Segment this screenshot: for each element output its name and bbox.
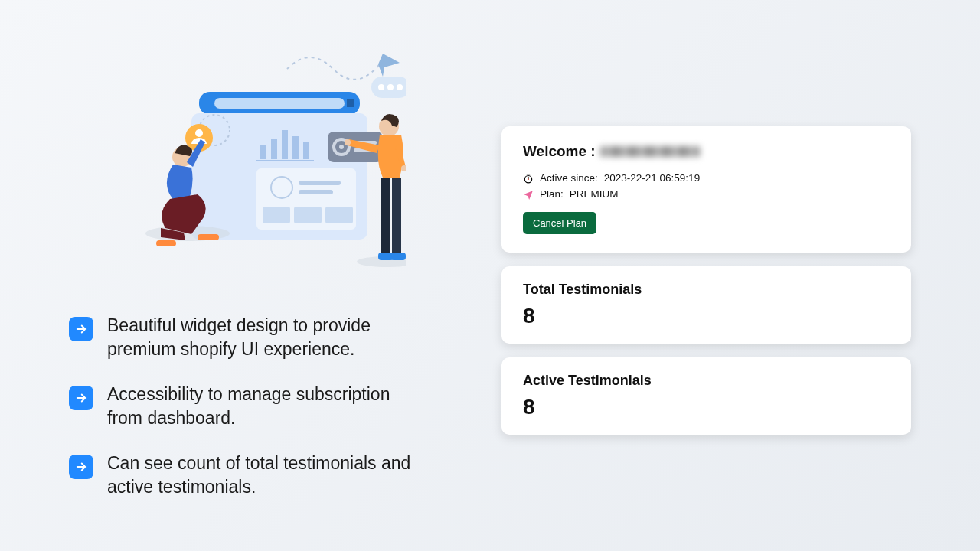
svg-point-2 xyxy=(378,84,384,90)
svg-rect-28 xyxy=(294,207,322,223)
feature-text: Can see count of total testimonials and … xyxy=(107,452,429,499)
page-container: Beautiful widget design to provide premi… xyxy=(0,0,980,551)
svg-rect-27 xyxy=(263,207,290,223)
svg-rect-29 xyxy=(325,207,353,223)
active-since-row: Active since: 2023-22-21 06:59:19 xyxy=(523,172,890,184)
svg-rect-26 xyxy=(299,190,333,194)
feature-list: Beautiful widget design to provide premi… xyxy=(69,314,459,499)
active-testimonials-card: Active Testimonials 8 xyxy=(501,357,911,435)
svg-rect-33 xyxy=(156,240,176,246)
welcome-card: Welcome : Active since: 2023-22-21 06:59… xyxy=(501,126,911,253)
svg-point-36 xyxy=(345,139,351,145)
svg-rect-25 xyxy=(299,181,341,185)
feature-item: Can see count of total testimonials and … xyxy=(69,452,459,499)
svg-rect-6 xyxy=(214,98,345,109)
feature-item: Accessibility to manage subscrip­tion fr… xyxy=(69,383,459,430)
svg-rect-32 xyxy=(198,234,219,240)
dashboard-illustration xyxy=(115,46,406,276)
plan-label: Plan: xyxy=(540,188,564,200)
svg-rect-39 xyxy=(392,178,401,254)
svg-rect-41 xyxy=(390,253,406,260)
svg-rect-12 xyxy=(282,130,288,159)
store-name-blurred xyxy=(600,146,700,157)
welcome-label: Welcome : xyxy=(523,143,596,160)
stat-title: Total Testimonials xyxy=(523,282,890,298)
svg-rect-38 xyxy=(381,178,390,254)
plan-row: Plan: PREMIUM xyxy=(523,188,890,200)
feature-text: Accessibility to manage subscrip­tion fr… xyxy=(107,383,429,430)
svg-rect-14 xyxy=(303,142,309,159)
svg-point-3 xyxy=(387,84,394,90)
stopwatch-icon xyxy=(523,173,534,184)
plane-icon xyxy=(523,189,534,200)
svg-rect-11 xyxy=(271,139,277,159)
svg-point-17 xyxy=(195,129,203,137)
svg-rect-13 xyxy=(292,136,299,159)
svg-rect-10 xyxy=(260,145,266,159)
svg-point-4 xyxy=(397,84,403,90)
arrow-right-icon xyxy=(69,455,93,479)
active-since-label: Active since: xyxy=(540,172,598,184)
svg-rect-7 xyxy=(347,99,354,107)
svg-marker-0 xyxy=(378,54,400,77)
svg-point-20 xyxy=(339,145,344,149)
stat-title: Active Testimonials xyxy=(523,373,890,389)
stat-value: 8 xyxy=(523,304,890,328)
left-column: Beautiful widget design to provide premi… xyxy=(0,0,490,551)
arrow-right-icon xyxy=(69,317,93,341)
welcome-heading: Welcome : xyxy=(523,143,890,160)
plan-value: PREMIUM xyxy=(570,188,619,200)
stat-value: 8 xyxy=(523,395,890,419)
feature-item: Beautiful widget design to provide premi… xyxy=(69,314,459,361)
active-since-value: 2023-22-21 06:59:19 xyxy=(604,172,700,184)
arrow-right-icon xyxy=(69,386,93,410)
svg-point-43 xyxy=(528,178,529,180)
feature-text: Beautiful widget design to provide premi… xyxy=(107,314,429,361)
right-column: Welcome : Active since: 2023-22-21 06:59… xyxy=(490,0,980,551)
total-testimonials-card: Total Testimonials 8 xyxy=(501,266,911,344)
cancel-plan-button[interactable]: Cancel Plan xyxy=(523,212,596,234)
